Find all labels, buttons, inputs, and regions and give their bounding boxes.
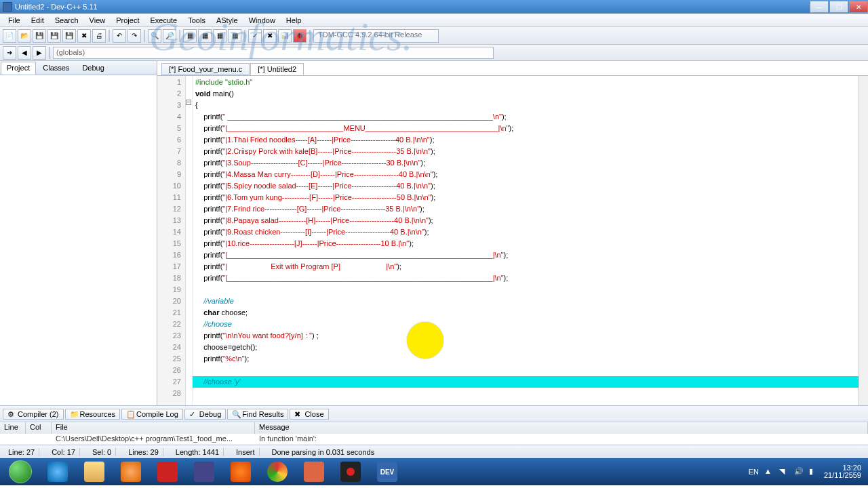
tray-network-icon[interactable]: ◥ [779, 467, 789, 476]
debug-stop-icon[interactable]: 🐞 [293, 29, 307, 43]
taskbar-wmp[interactable] [114, 460, 148, 484]
print-icon[interactable]: 🖨 [92, 29, 106, 43]
save-as-icon[interactable]: 💾 [62, 29, 76, 43]
taskbar-record[interactable] [334, 460, 368, 484]
tray-flag-icon[interactable]: ▲ [764, 467, 774, 476]
code-text: printf( [195, 159, 222, 167]
tray-clock[interactable]: 13:20 21/11/2559 [824, 464, 861, 479]
taskbar-chrome[interactable] [260, 460, 294, 484]
code-comment: //variable [195, 297, 234, 305]
close-icon: ✖ [294, 410, 302, 418]
header-file[interactable]: File [52, 422, 255, 434]
code-text: ); [420, 205, 425, 213]
code-editor[interactable]: 1234567891011121314151617181920212223242… [157, 76, 868, 405]
taskbar-ie[interactable] [41, 460, 75, 484]
code-string: "|10.rice------------------[J]------|Pri… [222, 239, 409, 247]
fold-box-icon[interactable]: − [186, 100, 191, 105]
menu-view[interactable]: View [84, 15, 111, 26]
app-icon [194, 462, 214, 482]
taskbar-firefox[interactable] [224, 460, 258, 484]
compile-run-icon[interactable]: ▦ [213, 29, 226, 43]
globals-dropdown[interactable]: (globals) [53, 47, 494, 59]
rebuild-icon[interactable]: ▦ [228, 29, 241, 43]
sidebar-tab-classes[interactable]: Classes [37, 62, 75, 75]
menu-edit[interactable]: Edit [26, 15, 50, 26]
code-string: "|2.Criispy Porck with kale[B]------|Pri… [222, 147, 431, 155]
menu-astyle[interactable]: AStyle [211, 15, 243, 26]
code-text: ); [409, 239, 414, 247]
profile-icon[interactable]: 📊 [278, 29, 292, 43]
code-text: choose=getch(); [195, 343, 257, 351]
bottom-panel-tabs: ⚙Compiler (2) 📁Resources 📋Compile Log ✓D… [0, 405, 868, 422]
tray-lang[interactable]: EN [749, 468, 759, 476]
menu-search[interactable]: Search [50, 15, 84, 26]
sidebar-tab-project[interactable]: Project [1, 62, 36, 75]
taskbar-app1[interactable] [187, 460, 221, 484]
bookmark-icon[interactable]: ▶ [33, 46, 46, 60]
tab-debug[interactable]: ✓Debug [184, 409, 226, 420]
code-text: ) ; [312, 331, 319, 340]
tab-resources[interactable]: 📁Resources [65, 409, 121, 420]
undo-icon[interactable]: ↶ [113, 29, 126, 43]
menu-help[interactable]: Help [281, 15, 307, 26]
stop-icon[interactable]: ✖ [263, 29, 277, 43]
code-text: ); [433, 170, 438, 178]
windows-orb-icon [9, 460, 32, 483]
new-file-icon[interactable]: 📄 [3, 29, 16, 43]
editor-tab-untitled2[interactable]: [*] Untitled2 [250, 63, 304, 75]
menu-window[interactable]: Window [243, 15, 281, 26]
tray-volume-icon[interactable]: 🔊 [794, 467, 804, 476]
code-text: ); [431, 147, 435, 155]
menu-file[interactable]: File [3, 15, 26, 26]
header-line[interactable]: Line [0, 422, 26, 434]
find-icon[interactable]: 🔍 [148, 29, 161, 43]
close-button[interactable]: ✕ [849, 1, 868, 13]
close-file-icon[interactable]: ✖ [77, 29, 91, 43]
run-icon[interactable]: ▦ [198, 29, 212, 43]
save-icon[interactable]: 💾 [33, 29, 46, 43]
tab-findresults[interactable]: 🔍Find Results [227, 409, 288, 420]
taskbar-explorer[interactable] [77, 460, 111, 484]
code-body[interactable]: #include "stdio.h" void main() { printf(… [193, 76, 868, 405]
start-button[interactable] [3, 459, 38, 485]
taskbar-snagit[interactable] [151, 460, 184, 484]
sidebar-tab-debug[interactable]: Debug [76, 62, 110, 75]
code-text: ); [420, 159, 425, 167]
header-message[interactable]: Message [255, 422, 868, 434]
compiler-select[interactable]: TDM-GCC 4.9.2 64-bit Release [313, 29, 439, 43]
editor-tab-food[interactable]: [*] Food_your_menu.c [161, 63, 250, 75]
tab-close[interactable]: ✖Close [290, 409, 328, 420]
menu-tools[interactable]: Tools [182, 15, 211, 26]
code-string: "|4.Massa Man curry--------[D]------|Pri… [222, 170, 433, 178]
code-keyword: void [195, 89, 211, 98]
replace-icon[interactable]: 🔎 [163, 29, 176, 43]
compiler-icon: ⚙ [7, 410, 16, 418]
toolbar-separator [49, 47, 50, 59]
menu-execute[interactable]: Execute [144, 15, 182, 26]
back-icon[interactable]: ◀ [18, 46, 31, 60]
tab-label: Debug [199, 410, 221, 418]
taskbar-powerpoint[interactable] [297, 460, 331, 484]
redo-icon[interactable]: ↷ [127, 29, 141, 43]
message-row[interactable]: C:\Users\Dell\Desktop\c++ program\Test1_… [0, 434, 868, 445]
tab-compilelog[interactable]: 📋Compile Log [121, 409, 183, 420]
header-col[interactable]: Col [26, 422, 52, 434]
save-all-icon[interactable]: 💾 [47, 29, 61, 43]
msg-file: C:\Users\Dell\Desktop\c++ program\Test1_… [52, 434, 255, 445]
tray-battery-icon[interactable]: ▮ [809, 467, 818, 476]
vertical-scrollbar[interactable] [859, 76, 868, 405]
tab-label: Find Results [242, 410, 283, 418]
compile-icon[interactable]: ▦ [183, 29, 197, 43]
menu-project[interactable]: Project [111, 15, 144, 26]
debug-icon[interactable]: ✓ [248, 29, 262, 43]
wmp-icon [121, 462, 141, 482]
taskbar-devcpp[interactable]: DEV [370, 460, 404, 484]
minimize-button[interactable]: — [810, 1, 829, 13]
toolbar-separator [309, 30, 311, 42]
maximize-button[interactable]: ☐ [829, 1, 848, 13]
code-string: "|6.Tom yum kung-----------[F]------|Pri… [222, 193, 431, 201]
goto-icon[interactable]: ➜ [3, 46, 16, 60]
tab-compiler[interactable]: ⚙Compiler (2) [3, 409, 64, 420]
code-text: printf( [195, 354, 222, 363]
open-file-icon[interactable]: 📂 [18, 29, 31, 43]
